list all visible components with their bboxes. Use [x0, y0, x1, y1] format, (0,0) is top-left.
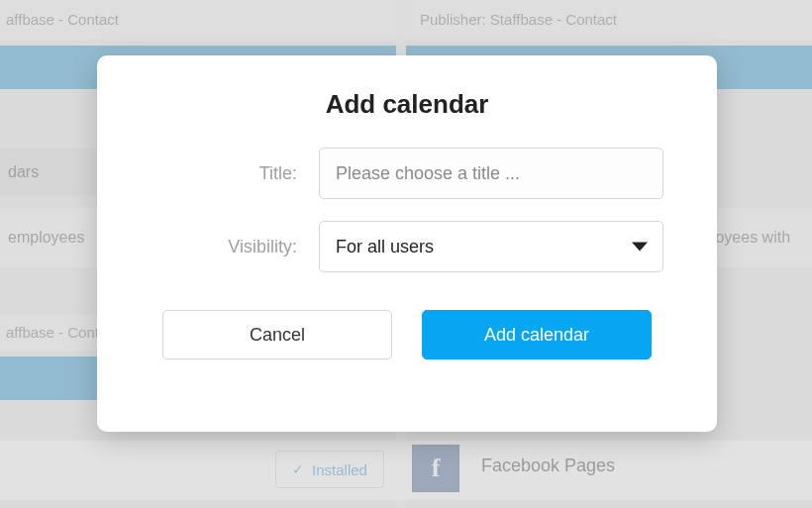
modal-button-row: Cancel Add calendar: [151, 310, 663, 359]
add-calendar-button[interactable]: Add calendar: [422, 310, 652, 359]
cancel-button[interactable]: Cancel: [162, 310, 392, 359]
visibility-row: Visibility: For all users: [151, 221, 663, 272]
visibility-value: For all users: [336, 237, 434, 257]
title-label: Title:: [151, 163, 319, 184]
chevron-down-icon: [632, 243, 648, 252]
modal-title: Add calendar: [151, 89, 663, 120]
title-input[interactable]: [319, 148, 663, 199]
title-row: Title:: [151, 148, 663, 199]
add-calendar-modal: Add calendar Title: Visibility: For all …: [97, 55, 717, 432]
visibility-select[interactable]: For all users: [319, 221, 663, 272]
visibility-label: Visibility:: [151, 237, 319, 257]
